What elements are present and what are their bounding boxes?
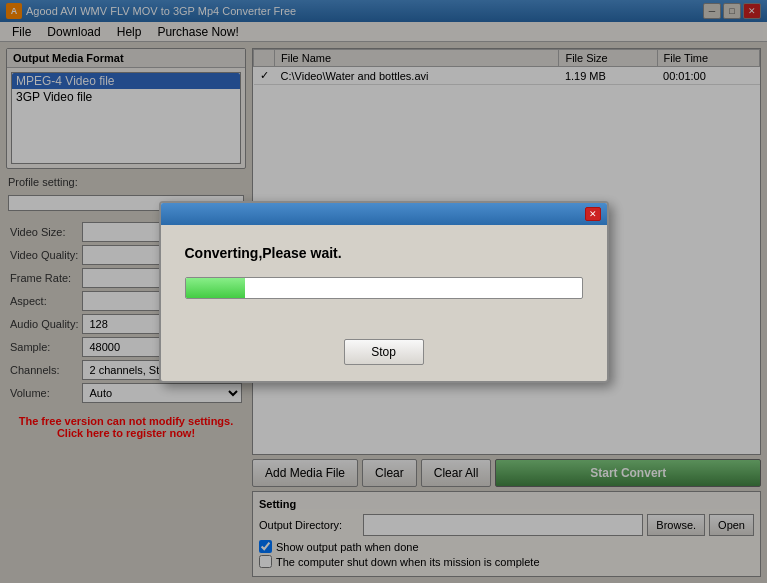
modal-title-bar: ✕ [161,203,607,225]
converting-text: Converting,Please wait. [185,245,583,261]
progress-bar-fill [186,278,245,298]
progress-bar-background [185,277,583,299]
modal-overlay: ✕ Converting,Please wait. Stop [0,0,767,583]
modal-footer: Stop [161,339,607,381]
modal-close-button[interactable]: ✕ [585,207,601,221]
converting-dialog: ✕ Converting,Please wait. Stop [159,201,609,383]
modal-body: Converting,Please wait. [161,225,607,339]
stop-button[interactable]: Stop [344,339,424,365]
